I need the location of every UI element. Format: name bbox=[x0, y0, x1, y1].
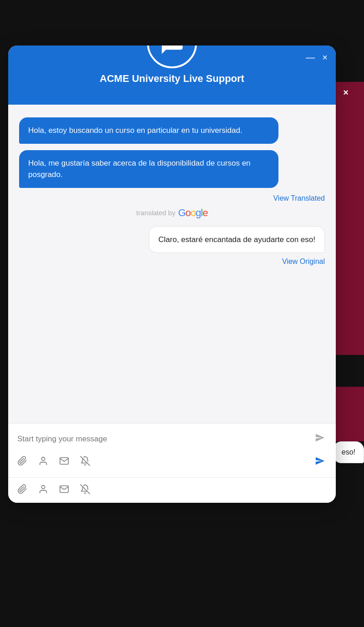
view-original-link[interactable]: View Original bbox=[282, 258, 325, 266]
person-icon-2[interactable] bbox=[38, 484, 48, 496]
chat-bubble-icon bbox=[160, 46, 185, 56]
user-message-1: Hola, estoy buscando un curso en particu… bbox=[19, 117, 278, 144]
red-panel-close-button[interactable]: × bbox=[328, 82, 364, 98]
translated-by-row: translated by Google bbox=[19, 207, 325, 219]
translated-by-text: translated by bbox=[136, 209, 176, 217]
close-button[interactable]: × bbox=[322, 53, 328, 62]
chat-title: ACME University Live Support bbox=[19, 73, 325, 85]
google-logo: Google bbox=[178, 207, 207, 219]
mute-icon[interactable] bbox=[80, 456, 90, 468]
send-icon bbox=[315, 433, 325, 443]
send-button-right[interactable] bbox=[313, 454, 327, 470]
input-row bbox=[17, 431, 327, 447]
chat-input-area bbox=[8, 423, 336, 477]
svg-line-1 bbox=[81, 456, 90, 465]
agent-message-wrapper: Claro, estaré encantada de ayudarte con … bbox=[19, 226, 325, 266]
tools-row bbox=[17, 452, 327, 472]
send-button[interactable] bbox=[313, 431, 327, 447]
paperclip-icon[interactable] bbox=[17, 456, 27, 468]
chat-avatar bbox=[147, 46, 197, 68]
svg-point-0 bbox=[41, 457, 45, 460]
header-controls: — × bbox=[306, 53, 328, 62]
chat-body: Hola, estoy buscando un curso en particu… bbox=[8, 105, 336, 423]
view-translated-link[interactable]: View Translated bbox=[19, 194, 325, 202]
background-bubble: eso! bbox=[333, 441, 364, 463]
svg-line-3 bbox=[81, 485, 90, 494]
person-icon[interactable] bbox=[38, 456, 48, 468]
message-input[interactable] bbox=[17, 433, 308, 445]
agent-message-1: Claro, estaré encantada de ayudarte con … bbox=[149, 226, 325, 253]
chat-header: — × ACME University Live Support bbox=[8, 46, 336, 105]
send-icon-right bbox=[315, 456, 325, 466]
svg-point-2 bbox=[41, 485, 45, 489]
mail-icon[interactable] bbox=[59, 456, 69, 468]
user-message-2: Hola, me gustaría saber acerca de la dis… bbox=[19, 150, 278, 188]
minimize-button[interactable]: — bbox=[306, 53, 315, 62]
chat-widget: — × ACME University Live Support Hola, e… bbox=[8, 46, 336, 503]
mail-icon-2[interactable] bbox=[59, 484, 69, 496]
bottom-toolbar bbox=[8, 477, 336, 503]
background-bubble-text: eso! bbox=[342, 448, 355, 456]
page-wrapper: × — × ACME University Live Support Hola,… bbox=[0, 0, 364, 627]
paperclip-icon-2[interactable] bbox=[17, 484, 27, 496]
mute-icon-2[interactable] bbox=[80, 484, 90, 496]
